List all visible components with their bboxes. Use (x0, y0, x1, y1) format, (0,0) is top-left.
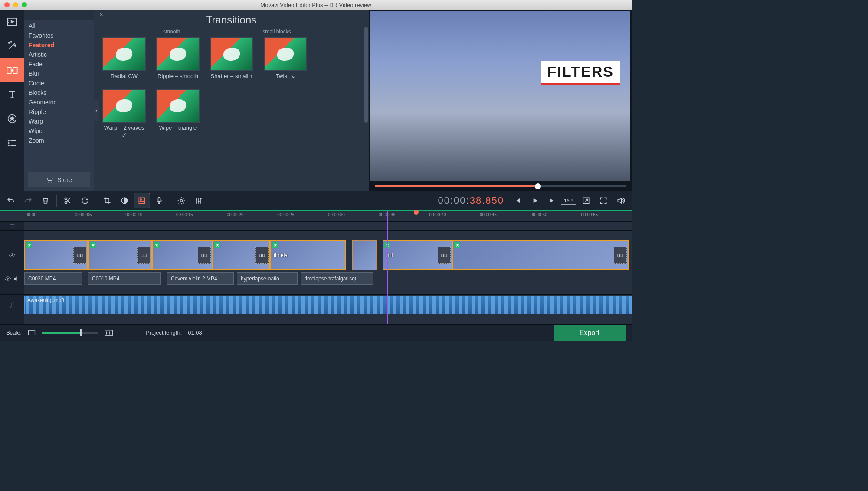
video-clip[interactable]: ★ (24, 240, 88, 270)
preview-scrubber[interactable] (369, 182, 632, 191)
category-item[interactable]: Fade (24, 59, 94, 69)
scale-slider[interactable] (42, 332, 98, 334)
audio-clip[interactable]: C0030.MP4 (24, 272, 82, 285)
zoom-out-icon[interactable] (28, 330, 36, 336)
category-search-input[interactable] (26, 11, 99, 18)
svg-rect-21 (80, 254, 82, 257)
tool-media[interactable] (0, 10, 24, 34)
video-clip[interactable]: ★ (152, 240, 213, 270)
transition-item[interactable]: Shatter – small ↑ (210, 37, 253, 80)
category-item[interactable]: Zoom (24, 136, 94, 145)
video-clip[interactable]: ★ (88, 240, 152, 270)
transition-item[interactable]: Ripple – smooth (156, 37, 200, 80)
tool-more[interactable] (0, 131, 24, 155)
redo-button[interactable] (20, 193, 36, 208)
minimize-window-button[interactable] (13, 2, 18, 7)
svg-rect-27 (262, 254, 265, 257)
playhead[interactable] (416, 211, 416, 324)
marker[interactable] (242, 211, 242, 324)
linked-audio-track[interactable]: C0030.MP4C0010.MP4Covent violin 2.MP4hyp… (24, 271, 632, 286)
clip-transition-badge[interactable] (438, 247, 451, 264)
transitions-browser: Transitions smooth small blocks Radial C… (94, 10, 369, 191)
category-item[interactable]: Geometric (24, 98, 94, 107)
category-item[interactable]: Blocks (24, 88, 94, 98)
transition-item[interactable]: Warp – 2 waves ↙ (102, 89, 146, 139)
music-track-head[interactable] (0, 295, 24, 315)
category-item[interactable]: Warp (24, 117, 94, 126)
undo-button[interactable] (3, 193, 19, 208)
category-item[interactable]: Artistic (24, 50, 94, 59)
equalizer-button[interactable] (190, 193, 207, 208)
music-clip[interactable]: Awakening.mp3 (24, 296, 632, 314)
svg-rect-22 (141, 254, 143, 257)
video-clip[interactable]: ★timela (270, 240, 346, 270)
overlay-track-head[interactable] (0, 222, 24, 230)
category-item[interactable]: All (24, 21, 94, 31)
zoom-in-icon[interactable] (104, 329, 114, 336)
volume-button[interactable] (613, 193, 629, 208)
marker[interactable] (387, 211, 388, 324)
aspect-ratio-button[interactable]: 16:9 (560, 193, 577, 208)
marker[interactable] (383, 211, 383, 324)
transition-item[interactable]: Twist ↘ (264, 37, 307, 80)
category-item[interactable]: Favorites (24, 31, 94, 40)
video-clip[interactable] (352, 240, 377, 270)
tool-filters[interactable] (0, 34, 24, 58)
clip-transition-badge[interactable] (137, 247, 150, 264)
group-header-smooth: smooth (163, 29, 180, 35)
waveform (25, 296, 631, 314)
linked-audio-track-head[interactable] (0, 271, 24, 286)
audio-clip[interactable]: Covent violin 2.MP4 (167, 272, 234, 285)
video-track-head[interactable] (0, 239, 24, 271)
next-frame-button[interactable] (544, 193, 560, 208)
category-item[interactable]: Blur (24, 69, 94, 78)
audio-clip[interactable]: C0010.MP4 (88, 272, 161, 285)
tool-titles[interactable] (0, 82, 24, 107)
time-ruler[interactable]: :00:0000:00:0500:00:1000:00:1500:00:2000… (0, 211, 632, 222)
svg-point-1 (9, 42, 10, 43)
color-adjust-button[interactable] (116, 193, 133, 208)
video-clip[interactable]: ★ (452, 240, 629, 270)
play-button[interactable] (527, 193, 543, 208)
transition-item[interactable]: Radial CW (102, 37, 146, 80)
close-window-button[interactable] (4, 2, 10, 7)
audio-clip[interactable]: timelapse-trafalgar-squ (301, 272, 373, 285)
prev-frame-button[interactable] (509, 193, 526, 208)
svg-rect-13 (139, 198, 144, 203)
category-item[interactable]: Wipe (24, 126, 94, 136)
rotate-button[interactable] (77, 193, 93, 208)
store-button[interactable]: Store (28, 172, 90, 187)
transition-item[interactable]: Wipe – triangle (156, 89, 200, 139)
category-item[interactable]: Ripple (24, 107, 94, 117)
detach-preview-button[interactable] (578, 193, 594, 208)
transitions-scrollbar[interactable] (364, 27, 368, 186)
export-button[interactable]: Export (554, 325, 626, 341)
ruler-mark: 00:00:40 (429, 212, 446, 217)
settings-button[interactable] (173, 193, 190, 208)
category-item[interactable]: Circle (24, 78, 94, 88)
preview-panel: FILTERS (369, 10, 632, 191)
overlay-track[interactable] (24, 222, 632, 230)
delete-button[interactable] (37, 193, 54, 208)
video-clip[interactable]: ★mil (383, 240, 452, 270)
timeline: :00:0000:00:0500:00:1000:00:1500:00:2000… (0, 211, 632, 324)
fullscreen-button[interactable] (595, 193, 612, 208)
split-button[interactable] (59, 193, 76, 208)
tool-transitions[interactable] (0, 58, 24, 82)
clip-transition-badge[interactable] (614, 247, 627, 264)
clip-transition-badge[interactable] (198, 247, 211, 264)
music-track[interactable]: Awakening.mp3 (24, 295, 632, 315)
transition-label: Radial CW (102, 73, 146, 80)
audio-clip[interactable]: hyperlapse-natio (237, 272, 298, 285)
clip-properties-button[interactable] (134, 193, 150, 208)
clip-transition-badge[interactable] (255, 247, 269, 264)
category-item[interactable]: Featured (24, 40, 94, 50)
tool-stickers[interactable] (0, 107, 24, 131)
maximize-window-button[interactable] (22, 2, 27, 7)
clip-transition-badge[interactable] (73, 247, 86, 264)
crop-button[interactable] (99, 193, 115, 208)
video-preview[interactable]: FILTERS (370, 11, 630, 181)
video-track[interactable]: ★★★★★timela★mil★ (24, 239, 632, 271)
record-audio-button[interactable] (151, 193, 167, 208)
spacer-track-2 (24, 286, 632, 294)
